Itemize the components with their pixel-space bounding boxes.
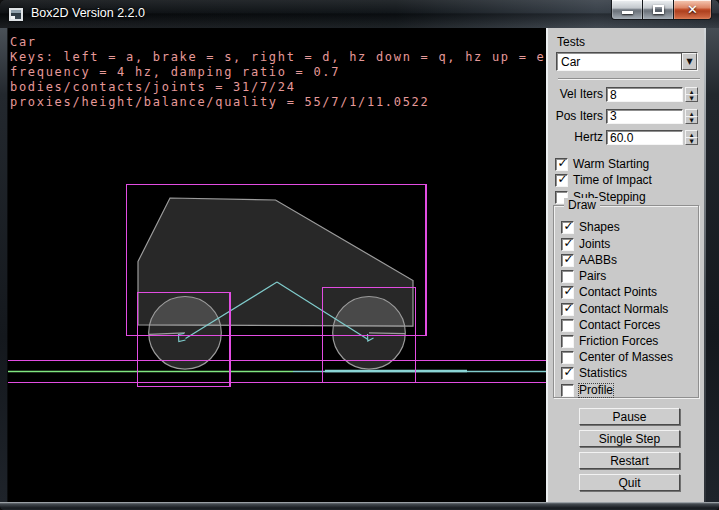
checkbox-contact-forces[interactable]: Contact Forces [561,319,660,332]
checkbox-label: Statistics [579,367,627,380]
test-name-line: Car [10,35,545,50]
spinner-down-button[interactable]: ▼ [685,94,698,102]
checkbox-warm-starting[interactable]: ✓ Warm Starting [555,158,649,171]
checkbox-box[interactable]: ✓ [561,286,574,299]
checkbox-label: Contact Forces [579,319,660,332]
window-frame-bottom [0,502,719,510]
checkmark-icon: ✓ [562,236,575,251]
separator [558,78,700,80]
checkbox-label: Shapes [579,221,620,234]
checkmark-icon: ✓ [562,284,575,299]
checkmark-icon: ✓ [556,172,569,187]
checkbox-label: Contact Normals [579,303,668,316]
checkbox-label: AABBs [579,254,617,267]
spinner-down-button[interactable]: ▼ [685,137,698,145]
pos-iters-input[interactable] [606,109,683,124]
checkbox-box[interactable] [561,351,574,364]
bodies-stats-line: bodies/contacts/joints = 31/7/24 [10,80,545,95]
pos-iters-spinner: ▲ ▼ [685,109,698,124]
checkbox-box[interactable]: ✓ [561,254,574,267]
checkbox-label: Warm Starting [573,158,649,171]
checkmark-icon: ✓ [562,301,575,316]
checkbox-time-of-impact[interactable]: ✓ Time of Impact [555,174,652,187]
frequency-line: frequency = 4 hz, damping ratio = 0.7 [10,65,545,80]
quit-button[interactable]: Quit [579,474,680,491]
draw-group: Draw ✓ Shapes ✓ Joints ✓ AABBs Pairs ✓ C… [553,205,699,398]
checkbox-box[interactable]: ✓ [561,238,574,251]
pos-iters-label: Pos Iters [548,109,603,124]
tests-dropdown[interactable]: Car ▼ [556,52,698,71]
checkbox-contact-normals[interactable]: ✓ Contact Normals [561,303,668,316]
checkbox-shapes[interactable]: ✓ Shapes [561,221,620,234]
window-frame-right [704,28,719,502]
hertz-label: Hertz [548,130,603,145]
app-icon [9,8,23,21]
control-panel: Tests Car ▼ Vel Iters ▲ ▼ Pos Iters ▲ ▼ … [546,28,704,502]
caption-buttons: ✕ [612,0,712,20]
window-frame-left [0,28,8,502]
hertz-spinner: ▲ ▼ [685,130,698,145]
checkbox-label: Time of Impact [573,174,652,187]
checkbox-label: Profile [579,384,613,397]
keys-help-line: Keys: left = a, brake = s, right = d, hz… [10,50,545,65]
checkbox-box[interactable]: ✓ [561,221,574,234]
app-window: Box2D Version 2.2.0 ✕ [0,0,719,510]
checkbox-box[interactable] [561,384,574,397]
checkbox-label: Center of Masses [579,351,673,364]
checkbox-pairs[interactable]: Pairs [561,270,606,283]
checkbox-box[interactable] [561,270,574,283]
title-bar[interactable]: Box2D Version 2.2.0 ✕ [0,0,719,28]
checkbox-box[interactable]: ✓ [555,174,568,187]
hertz-input[interactable] [606,130,683,145]
checkbox-contact-points[interactable]: ✓ Contact Points [561,286,657,299]
checkmark-icon: ✓ [556,156,569,171]
tests-selected-value: Car [561,54,580,70]
debug-info-text: Car Keys: left = a, brake = s, right = d… [10,35,545,110]
arrow-down-icon: ▼ [686,138,697,144]
close-button[interactable]: ✕ [673,0,712,20]
checkbox-center-of-masses[interactable]: Center of Masses [561,351,673,364]
checkbox-box[interactable] [561,319,574,332]
spinner-down-button[interactable]: ▼ [685,116,698,124]
checkbox-box[interactable]: ✓ [561,303,574,316]
checkmark-icon: ✓ [562,252,575,267]
checkbox-box[interactable]: ✓ [561,367,574,380]
chevron-down-icon: ▼ [683,57,696,67]
arrow-down-icon: ▼ [686,117,697,123]
checkmark-icon: ✓ [562,219,575,234]
tests-label: Tests [557,35,585,49]
pause-button[interactable]: Pause [579,408,680,425]
proxies-stats-line: proxies/height/balance/quality = 55/7/1/… [10,95,545,110]
maximize-button[interactable] [642,0,674,20]
checkbox-label: Joints [579,238,610,251]
checkbox-box[interactable] [561,335,574,348]
vel-iters-spinner: ▲ ▼ [685,87,698,102]
single-step-button[interactable]: Single Step [579,430,680,447]
arrow-down-icon: ▼ [686,95,697,101]
checkbox-joints[interactable]: ✓ Joints [561,238,610,251]
checkbox-statistics[interactable]: ✓ Statistics [561,367,627,380]
simulation-viewport[interactable]: Car Keys: left = a, brake = s, right = d… [8,28,546,502]
minimize-button[interactable] [611,0,643,20]
checkbox-friction-forces[interactable]: Friction Forces [561,335,658,348]
minimize-icon [622,11,633,14]
checkbox-label: Contact Points [579,286,657,299]
checkbox-label: Friction Forces [579,335,658,348]
checkmark-icon: ✓ [562,365,575,380]
close-icon: ✕ [674,1,711,19]
window-title: Box2D Version 2.2.0 [31,0,145,28]
vel-iters-label: Vel Iters [548,87,603,102]
maximize-icon [653,5,664,14]
front-wheel-radius-line [369,333,405,334]
checkbox-aabbs[interactable]: ✓ AABBs [561,254,617,267]
checkbox-profile[interactable]: Profile [561,384,613,397]
checkbox-label: Pairs [579,270,606,283]
checkbox-box[interactable]: ✓ [555,158,568,171]
vel-iters-input[interactable] [606,87,683,102]
draw-group-label: Draw [564,198,600,212]
restart-button[interactable]: Restart [579,452,680,469]
dropdown-button[interactable]: ▼ [682,53,697,70]
